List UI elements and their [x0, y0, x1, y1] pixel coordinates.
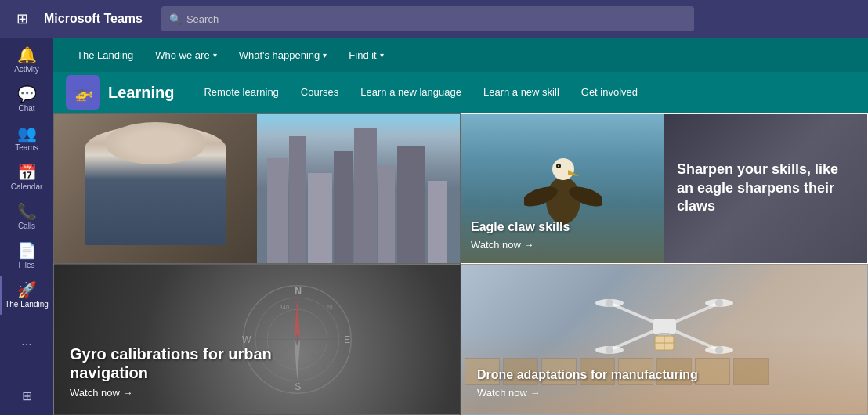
- sidebar-item-files[interactable]: 📄 Files: [0, 236, 53, 276]
- apps-icon: ⊞: [22, 390, 32, 402]
- find-it-chevron-icon: ▾: [380, 51, 384, 60]
- svg-point-31: [606, 299, 613, 307]
- search-icon: 🔍: [169, 13, 182, 25]
- app-title: Microsoft Teams: [44, 12, 143, 26]
- sidebar: 🔔 Activity 💬 Chat 👥 Teams 📅 Calendar 📞 C…: [0, 38, 53, 415]
- svg-point-6: [558, 165, 559, 167]
- files-icon: 📄: [17, 243, 37, 258]
- nav-item-whats-happening[interactable]: What's happening ▾: [228, 38, 338, 72]
- main-layout: 🔔 Activity 💬 Chat 👥 Teams 📅 Calendar 📞 C…: [0, 38, 868, 415]
- card-student-panel: [54, 114, 257, 263]
- card-eagle-image: Eagle claw skills Watch now →: [461, 114, 664, 263]
- card-eagle[interactable]: Eagle claw skills Watch now → Sharpen yo…: [461, 113, 868, 264]
- sidebar-item-teams[interactable]: 👥 Teams: [0, 119, 53, 158]
- nav-item-find-it[interactable]: Find it ▾: [338, 38, 394, 72]
- calendar-icon: 📅: [17, 164, 37, 180]
- sidebar-label-files: Files: [18, 261, 34, 269]
- cards-grid: Eagle claw skills Watch now → Sharpen yo…: [53, 113, 868, 415]
- chat-icon: 💬: [17, 86, 37, 102]
- app-logo-text: Learning: [108, 84, 174, 102]
- card-eagle-text: Sharpen your skills, like an eagle sharp…: [664, 114, 867, 263]
- sidebar-item-activity[interactable]: 🔔 Activity: [0, 41, 53, 80]
- sidebar-label-calendar: Calendar: [11, 182, 43, 191]
- sidebar-label-landing: The Landing: [5, 300, 49, 309]
- search-bar[interactable]: 🔍 Search: [161, 6, 694, 31]
- sidebar-item-calendar[interactable]: 📅 Calendar: [0, 158, 53, 197]
- card-drone-overlay: Drone adaptations for manufacturing Watc…: [477, 368, 698, 399]
- card-student-city[interactable]: [53, 113, 461, 264]
- app-nav-learn-new-skill[interactable]: Learn a new skill: [482, 83, 561, 103]
- app-grid-icon[interactable]: ⊞: [9, 10, 34, 27]
- drone-card-title: Drone adaptations for manufacturing: [477, 368, 698, 382]
- svg-text:N: N: [295, 286, 302, 297]
- teams-icon: 👥: [17, 125, 37, 141]
- svg-text:340: 340: [280, 304, 290, 311]
- app-nav-remote-learning[interactable]: Remote learning: [202, 83, 280, 103]
- app-nav-get-involved[interactable]: Get involved: [580, 83, 639, 103]
- sidebar-item-apps[interactable]: ⊞: [0, 384, 53, 409]
- content-area: The Landing Who we are ▾ What's happenin…: [53, 38, 868, 415]
- card-gyro[interactable]: N S E W 340 20: [53, 264, 461, 415]
- whats-happening-chevron-icon: ▾: [323, 51, 327, 60]
- sidebar-label-teams: Teams: [15, 143, 38, 152]
- sidebar-item-calls[interactable]: 📞 Calls: [0, 197, 53, 236]
- who-we-are-chevron-icon: ▾: [213, 51, 217, 60]
- svg-text:E: E: [344, 334, 350, 345]
- eagle-sharpen-text: Sharpen your skills, like an eagle sharp…: [677, 161, 855, 215]
- svg-point-1: [552, 158, 574, 180]
- nav-item-who-we-are[interactable]: Who we are ▾: [144, 38, 227, 72]
- nav-bar: The Landing Who we are ▾ What's happenin…: [53, 38, 868, 72]
- drone-svg: [594, 287, 735, 366]
- app-nav-learn-new-language[interactable]: Learn a new language: [359, 83, 463, 103]
- app-nav-courses[interactable]: Courses: [299, 83, 340, 103]
- activity-icon: 🔔: [17, 47, 37, 63]
- card-gyro-overlay: Gyro calibrations for urban navigation W…: [70, 345, 352, 399]
- gyro-watch-now[interactable]: Watch now →: [70, 387, 352, 399]
- card-drone[interactable]: Drone adaptations for manufacturing Watc…: [461, 264, 868, 415]
- landing-icon: 🚀: [17, 282, 37, 298]
- eagle-card-title: Eagle claw skills: [471, 220, 570, 234]
- sidebar-item-the-landing[interactable]: 🚀 The Landing: [0, 276, 53, 315]
- svg-rect-35: [653, 319, 676, 334]
- sidebar-item-chat[interactable]: 💬 Chat: [0, 80, 53, 119]
- sidebar-item-more[interactable]: ···: [0, 332, 53, 357]
- svg-point-33: [606, 346, 613, 354]
- search-placeholder: Search: [186, 13, 219, 25]
- gyro-card-title: Gyro calibrations for urban navigation: [70, 345, 352, 382]
- svg-text:W: W: [243, 334, 252, 345]
- learning-logo-icon: 🚁: [66, 75, 100, 110]
- drone-watch-now[interactable]: Watch now →: [477, 387, 698, 399]
- nav-item-the-landing[interactable]: The Landing: [66, 38, 144, 72]
- svg-point-34: [715, 346, 723, 354]
- calls-icon: 📞: [17, 204, 37, 219]
- sidebar-label-activity: Activity: [14, 65, 39, 74]
- svg-marker-21: [295, 298, 301, 339]
- app-logo: 🚁 Learning: [66, 75, 174, 110]
- card-eagle-overlay: Eagle claw skills Watch now →: [471, 220, 570, 251]
- top-bar: ⊞ Microsoft Teams 🔍 Search: [0, 0, 868, 38]
- svg-point-32: [715, 299, 723, 307]
- card-city-panel: [257, 114, 460, 263]
- app-bar: 🚁 Learning Remote learning Courses Learn…: [53, 72, 868, 113]
- eagle-watch-now[interactable]: Watch now →: [471, 239, 570, 251]
- sidebar-label-calls: Calls: [18, 222, 35, 230]
- sidebar-label-chat: Chat: [18, 104, 34, 113]
- more-icon: ···: [21, 338, 31, 351]
